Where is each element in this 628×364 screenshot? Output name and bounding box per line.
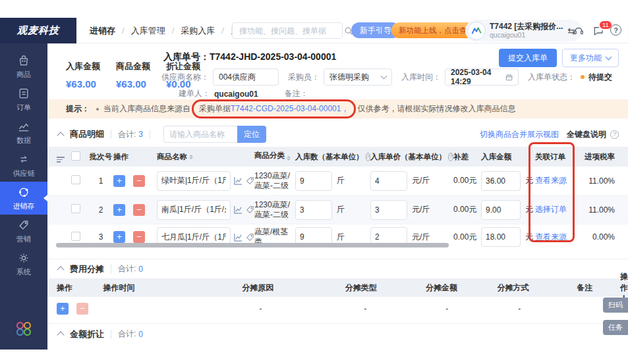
tag-icon[interactable]	[246, 205, 254, 214]
fee-col-remark: 备注	[549, 282, 620, 294]
horizontal-scrollbar-thumb[interactable]	[56, 243, 449, 247]
amount-input[interactable]	[481, 200, 521, 220]
price-trend-icon[interactable]	[233, 176, 243, 186]
remove-row-button[interactable]	[133, 175, 145, 187]
price-unit: 元/斤	[412, 232, 430, 243]
fee-table: 操作 操作时间 分摊原因 分摊类型 分摊金额 分摊方式 备注 操作人 - - -…	[47, 278, 628, 321]
hint-text-before: 当前入库商品信息来源自	[103, 103, 190, 115]
sort-icon[interactable]	[287, 154, 291, 163]
remove-row-button[interactable]	[133, 204, 145, 216]
switch-view-link[interactable]: 切换商品合并展示视图	[480, 129, 559, 140]
help-circle-icon[interactable]	[366, 153, 371, 161]
collapse-chevron-icon[interactable]	[57, 331, 64, 338]
breadcrumb-item-purchase-in[interactable]: 采购入库	[181, 25, 215, 37]
add-row-button[interactable]	[113, 175, 125, 187]
divider	[150, 130, 150, 139]
remove-row-button[interactable]	[133, 231, 145, 243]
product-search-input[interactable]	[163, 126, 237, 143]
col-amount: 入库金额	[481, 152, 535, 162]
fee-col-type: 分摊类型	[316, 282, 406, 294]
diff-value: 0.00元	[453, 175, 481, 186]
col-ops: 操作	[113, 152, 157, 162]
col-category[interactable]: 商品分类	[254, 151, 295, 163]
order-source-link[interactable]: 查看来源	[535, 232, 567, 242]
buyer-select[interactable]: 张德明采购	[324, 68, 392, 86]
tag-icon[interactable]	[246, 176, 254, 185]
price-unit: 元/斤	[412, 175, 430, 186]
row-checkbox[interactable]	[71, 232, 80, 241]
collapse-chevron-icon[interactable]	[57, 266, 64, 273]
breadcrumb-item-warehouse[interactable]: 入库管理	[131, 25, 165, 37]
row-checkbox[interactable]	[71, 204, 80, 213]
user-account: qucaigou01	[490, 31, 563, 39]
source-doc-prefix: 采购单据	[199, 103, 231, 115]
fee-table-header: 操作 操作时间 分摊原因 分摊类型 分摊金额 分摊方式 备注 操作人	[47, 278, 628, 297]
qty-unit: 斤	[337, 204, 345, 215]
task-button[interactable]: 任务	[603, 320, 628, 335]
supplier-label: 供应商名称：	[161, 72, 209, 83]
price-input[interactable]	[370, 200, 407, 220]
user-info: T7442 [去采购报价... qucaigou01	[490, 22, 563, 39]
column-config-icon[interactable]	[57, 151, 71, 163]
amount-input[interactable]	[481, 227, 521, 247]
add-row-button[interactable]	[113, 231, 125, 243]
order-source-link[interactable]: 查看来源	[535, 176, 567, 185]
sidebar-item-orders[interactable]: 订单	[0, 83, 47, 116]
creator-label: 建单人：	[179, 88, 210, 99]
product-row-1: 1 1230蔬菜/蔬菜-二级 斤 元/斤	[47, 167, 628, 195]
messages-icon[interactable]: 11	[592, 24, 604, 37]
price-trend-icon[interactable]	[233, 232, 243, 242]
supplier-input[interactable]	[213, 68, 279, 86]
chevron-down-icon	[381, 73, 387, 80]
sidebar-item-data[interactable]: 数据	[0, 116, 47, 149]
select-all-checkbox[interactable]	[71, 151, 80, 161]
qty-unit: 斤	[337, 175, 345, 186]
tag-icon[interactable]	[246, 233, 254, 242]
add-fee-button[interactable]	[57, 303, 69, 315]
qty-input[interactable]	[295, 171, 332, 191]
status-dot	[581, 75, 585, 79]
user-chip[interactable]: T7442 [去采购报价... qucaigou01	[465, 20, 582, 41]
order-select-link[interactable]: 选择订单	[535, 205, 567, 214]
stat-value: ¥63.00	[66, 78, 100, 90]
collapse-chevron-icon[interactable]	[57, 132, 64, 139]
row-checkbox[interactable]	[71, 175, 80, 184]
sidebar-item-system[interactable]: 系统	[0, 247, 47, 280]
scan-button[interactable]: 扫码	[603, 298, 628, 313]
divider	[111, 130, 111, 139]
sidebar-item-supply-chain[interactable]: 供应链	[0, 149, 47, 182]
sort-icon[interactable]	[189, 153, 193, 161]
sidebar-item-marketing[interactable]: 营销	[0, 215, 47, 247]
keyboard-guide-link[interactable]: 全键盘说明	[567, 129, 619, 140]
submit-inbound-button[interactable]: 提交入库单	[499, 49, 557, 67]
source-doc-link[interactable]: T7442-CGD-2025-03-04-00001，	[231, 103, 349, 115]
fees-total-value: 0	[138, 265, 143, 274]
more-actions-button[interactable]: 更多功能	[562, 49, 619, 67]
price-unit: 元/斤	[412, 204, 430, 215]
help-icon[interactable]	[610, 24, 621, 36]
sidebar-item-inventory[interactable]: 进销存	[0, 182, 47, 215]
remark-label: 备注：	[285, 88, 308, 99]
price-trend-icon[interactable]	[233, 205, 243, 215]
breadcrumb-item-root[interactable]: 进销存	[90, 25, 115, 37]
status-label: 入库单状态：	[528, 72, 575, 83]
qty-input[interactable]	[295, 200, 332, 220]
amount-input[interactable]	[481, 171, 521, 191]
calendar-icon	[505, 73, 513, 82]
add-row-button[interactable]	[113, 204, 125, 216]
product-name-input[interactable]	[157, 171, 231, 191]
sidebar-item-goods[interactable]: 商品	[0, 50, 47, 83]
col-name[interactable]: 商品名称	[157, 152, 254, 162]
inbound-time-input[interactable]: 2025-03-04 14:29	[445, 68, 519, 86]
search-input[interactable]	[233, 26, 344, 36]
more-menu-icon[interactable]	[623, 24, 628, 37]
help-circle-icon[interactable]	[448, 153, 453, 161]
hint-bullet-icon	[96, 108, 99, 111]
product-name-input[interactable]	[157, 200, 231, 220]
locate-button[interactable]: 定位	[237, 126, 266, 143]
price-input[interactable]	[370, 171, 407, 191]
support-headset-icon[interactable]	[572, 24, 585, 37]
remove-fee-button-disabled[interactable]	[76, 303, 88, 315]
col-tax: 进项税率	[571, 152, 628, 162]
order-number: 入库单号：T7442-JHD-2025-03-04-00001	[163, 51, 336, 63]
